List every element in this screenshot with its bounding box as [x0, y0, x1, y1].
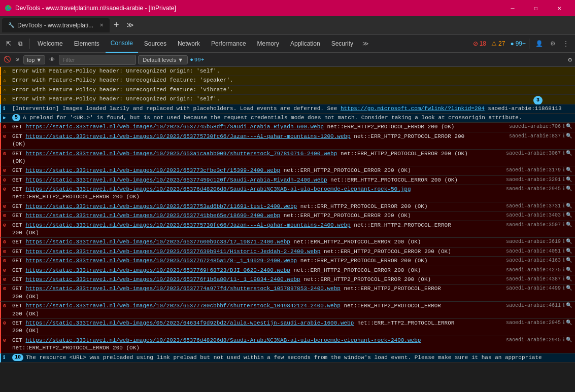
new-tab-button[interactable]: + — [110, 20, 123, 30]
tab-welcome[interactable]: Welcome — [32, 34, 68, 53]
tab-network[interactable]: Network — [173, 34, 205, 53]
expand-icon[interactable]: ℹ — [563, 285, 565, 292]
log-link[interactable]: https://static.333travel.nl/web-images/0… — [25, 320, 354, 326]
search-icon[interactable]: 🔍 — [566, 212, 572, 219]
more-tabs-button[interactable]: ≫ — [359, 38, 372, 49]
tab-sources[interactable]: Sources — [139, 34, 172, 53]
log-source[interactable]: saoedi-arabie:4163 — [506, 257, 561, 264]
devtools-dock-button[interactable]: ⇱ — [3, 38, 14, 49]
expand-icon[interactable]: ℹ — [563, 302, 565, 309]
log-source[interactable]: saoedi-arabie:3179 — [506, 167, 561, 174]
expand-icon[interactable]: ℹ — [563, 167, 565, 174]
search-icon[interactable]: 🔍 — [566, 123, 572, 130]
search-icon[interactable]: 🔍 — [566, 267, 572, 274]
log-link[interactable]: https://static.333travel.nl/web-images/1… — [25, 267, 290, 273]
expand-icon[interactable]: ℹ — [563, 257, 565, 264]
log-source[interactable]: saoedi-arabie:3731 — [506, 203, 561, 210]
console-settings-button[interactable]: ⚙ — [568, 56, 572, 64]
expand-icon[interactable]: ℹ — [563, 319, 565, 327]
log-link[interactable]: https://static.333travel.nl/web-images/1… — [25, 303, 341, 309]
customize-button[interactable]: 👤 — [532, 38, 546, 49]
log-link[interactable]: https://static.333travel.nl/web-images/1… — [25, 239, 290, 245]
log-source[interactable]: saoedi-arabie:3507 — [506, 222, 561, 229]
search-icon[interactable]: 🔍 — [566, 238, 572, 245]
log-source[interactable]: saoedi-arabie:3291 — [506, 176, 561, 184]
log-source[interactable]: saoedi-arabie:4275 — [506, 267, 561, 274]
search-icon[interactable]: 🔍 — [566, 133, 572, 140]
message-count[interactable]: ● 99+ — [510, 40, 526, 47]
tab-elements[interactable]: Elements — [69, 34, 105, 53]
tab-performance[interactable]: Performance — [206, 34, 251, 53]
log-link[interactable]: https://go.microsoft.com/fwlink/?linkid=… — [341, 105, 485, 112]
context-selector[interactable]: top ▼ — [23, 55, 45, 64]
settings-button[interactable]: ⚙ — [547, 38, 559, 49]
filter-button[interactable]: ⊙ — [13, 56, 21, 64]
search-icon[interactable]: 🔍 — [566, 176, 572, 184]
log-link[interactable]: https://static.333travel.nl/web-images/1… — [25, 203, 297, 209]
log-link[interactable]: https://static.333travel.nl/web-images/1… — [25, 286, 341, 292]
search-icon[interactable]: 🔍 — [566, 285, 572, 292]
expand-icon[interactable]: ℹ — [563, 150, 565, 157]
filter-input[interactable] — [59, 55, 136, 65]
search-icon[interactable]: 🔍 — [566, 319, 572, 327]
more-options-button[interactable]: ⋮ — [560, 38, 572, 49]
log-source[interactable]: saoedi-arabie:837 — [509, 133, 561, 140]
tab-security[interactable]: Security — [326, 34, 358, 53]
tab-close-icon[interactable]: ✕ — [99, 22, 104, 28]
log-source[interactable]: saoedi-arabie:2945 — [506, 186, 561, 193]
log-link[interactable]: https://static.333travel.nl/web-images/1… — [25, 133, 350, 139]
expand-icon[interactable]: ℹ — [563, 133, 565, 140]
log-source[interactable]: saoedi-arabie:2945 — [506, 319, 561, 327]
log-source[interactable]: saoedi-arabie:4499 — [506, 285, 561, 292]
minimize-button[interactable]: ─ — [501, 0, 524, 16]
search-icon[interactable]: 🔍 — [566, 150, 572, 157]
search-icon[interactable]: 🔍 — [566, 302, 572, 309]
maximize-button[interactable]: □ — [524, 0, 548, 16]
tab-application[interactable]: Application — [285, 34, 325, 53]
log-link[interactable]: https://static.333travel.nl/web-images/1… — [25, 248, 320, 255]
tab-console[interactable]: Console — [106, 34, 138, 53]
search-icon[interactable]: 🔍 — [566, 257, 572, 264]
log-source[interactable]: saoedi-arabie:3067 — [506, 150, 561, 157]
log-link[interactable]: https://static.333travel.nl/web-images/1… — [25, 124, 324, 130]
log-link[interactable]: https://static.333travel.nl/web-images/1… — [25, 258, 297, 264]
search-icon[interactable]: 🔍 — [566, 248, 572, 255]
expand-icon[interactable]: ℹ — [563, 238, 565, 245]
search-icon[interactable]: 🔍 — [566, 203, 572, 210]
search-icon[interactable]: 🔍 — [566, 276, 572, 283]
live-expressions-button[interactable]: 👁 — [47, 55, 57, 64]
log-link[interactable]: https://static.333travel.nl/web-images/1… — [25, 276, 300, 282]
devtools-new-tab-button[interactable]: ⧉ — [15, 38, 26, 49]
log-source[interactable]: saoedi-arabie:4611 — [506, 302, 561, 309]
log-source[interactable]: saoedi-arabie:4051 — [506, 248, 561, 255]
expand-icon[interactable]: ℹ — [563, 222, 565, 229]
log-link[interactable]: https://static.333travel.nl/web-images/1… — [25, 151, 337, 157]
log-source[interactable]: saoedi-arabie:3619 — [506, 238, 561, 245]
search-icon[interactable]: 🔍 — [566, 186, 572, 193]
log-link[interactable]: https://static.333travel.nl/web-images/1… — [25, 337, 421, 343]
search-icon[interactable]: 🔍 — [566, 337, 572, 344]
log-source[interactable]: saoedi-arabie:3403 — [506, 212, 561, 219]
error-count[interactable]: ⊘ 18 — [473, 40, 486, 47]
log-link[interactable]: https://static.333travel.nl/web-images/1… — [25, 177, 327, 183]
log-link[interactable]: https://static.333travel.nl/web-images/1… — [25, 222, 350, 228]
expand-icon[interactable]: ℹ — [563, 212, 565, 219]
search-icon[interactable]: 🔍 — [566, 222, 572, 229]
expand-icon[interactable]: ℹ — [563, 176, 565, 184]
tab-memory[interactable]: Memory — [252, 34, 284, 53]
warning-count[interactable]: ⚠ 27 — [491, 40, 505, 47]
log-level-selector[interactable]: Default levels ▼ — [138, 55, 188, 64]
expand-icon[interactable]: ℹ — [563, 337, 565, 344]
log-source[interactable]: saoedi-arabie:4387 — [506, 276, 561, 283]
clear-console-button[interactable]: 🚫 — [3, 56, 11, 64]
expand-icon[interactable]: ℹ — [563, 276, 565, 283]
log-source[interactable]: saoedi-arabie:2945 — [506, 337, 561, 344]
log-link[interactable]: https://static.333travel.nl/web-images/1… — [25, 212, 280, 219]
log-source[interactable]: saoedi-arabie:706 — [509, 123, 561, 130]
expand-icon[interactable]: ℹ — [563, 267, 565, 274]
browser-tab[interactable]: 🔧 DevTools - www.travelplati... ✕ — [2, 18, 110, 32]
close-button[interactable]: ✕ — [548, 0, 571, 16]
log-link[interactable]: https://static.333travel.nl/web-images/1… — [25, 186, 411, 192]
tab-overflow-button[interactable]: ≫ — [123, 21, 137, 29]
log-link[interactable]: https://static.333travel.nl/web-images/1… — [25, 167, 280, 173]
